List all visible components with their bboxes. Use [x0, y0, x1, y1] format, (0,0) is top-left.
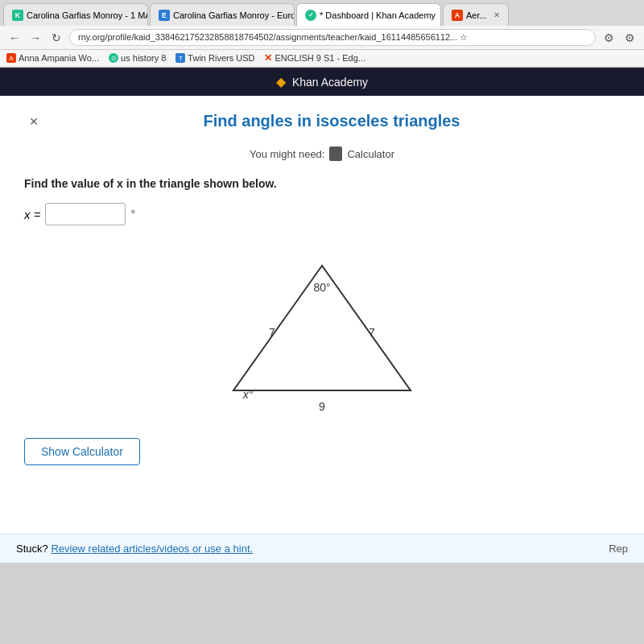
tab-2-label: Carolina Garfias Monroy - Europ...: [173, 10, 295, 20]
stuck-bar: Stuck? Review related articles/videos or…: [0, 534, 644, 563]
bookmark-us-history-icon: ⊙: [109, 53, 118, 63]
bookmark-english[interactable]: ✕ ENGLISH 9 S1 - Edg...: [264, 52, 365, 64]
tab-3-label: * Dashboard | Khan Academy: [320, 10, 436, 20]
tab-2-favicon: E: [159, 10, 170, 21]
tab-4[interactable]: A Aer... ✕: [443, 3, 509, 26]
tab-4-close[interactable]: ✕: [493, 10, 500, 19]
bookmark-twin-rivers-icon: T: [175, 53, 185, 63]
stuck-link[interactable]: Review related articles/videos or use a …: [51, 543, 253, 555]
extensions-button[interactable]: ⚙: [601, 30, 617, 46]
tab-3-favicon: ✓: [305, 10, 316, 21]
address-bar[interactable]: rny.org/profile/kaid_3384621752328588187…: [69, 29, 596, 46]
tab-2[interactable]: E Carolina Garfias Monroy - Europ... ✕: [150, 3, 295, 26]
tab-1-label: Carolina Garfias Monroy - 1 MAS: [27, 10, 148, 20]
input-row: x = °: [24, 203, 620, 225]
back-button[interactable]: ←: [6, 30, 23, 46]
left-side-label: 7: [269, 326, 275, 339]
show-calculator-button[interactable]: Show Calculator: [24, 438, 140, 465]
bookmark-anna-icon: A: [6, 53, 16, 63]
forward-button[interactable]: →: [27, 30, 43, 46]
bookmark-anna[interactable]: A Anna Ampania Wo...: [6, 53, 99, 63]
triangle-svg: 80° 7 7 x° 9: [201, 242, 443, 419]
top-angle-label: 80°: [313, 281, 330, 294]
stuck-label: Stuck?: [16, 543, 48, 555]
menu-button[interactable]: ⚙: [621, 30, 638, 46]
bottom-side-label: 9: [319, 400, 325, 413]
tab-4-label: Aer...: [466, 10, 487, 20]
report-button[interactable]: Rep: [609, 543, 628, 555]
tab-4-favicon: A: [452, 10, 463, 21]
stuck-text-area: Stuck? Review related articles/videos or…: [16, 543, 253, 555]
calculator-icon: [329, 147, 342, 161]
bookmark-english-label: ENGLISH 9 S1 - Edg...: [275, 53, 365, 63]
address-bar-row: ← → ↻ rny.org/profile/kaid_3384621752328…: [0, 26, 644, 50]
answer-input[interactable]: [45, 203, 126, 225]
khan-logo-text: Khan Academy: [292, 76, 368, 89]
right-side-label: 7: [369, 326, 375, 339]
calculator-hint: You might need: Calculator: [24, 147, 620, 161]
bottom-left-angle-label: x°: [242, 388, 254, 401]
bookmarks-bar: A Anna Ampania Wo... ⊙ us history 8 T Tw…: [0, 50, 644, 67]
bookmark-anna-label: Anna Ampania Wo...: [19, 53, 99, 63]
bookmark-us-history[interactable]: ⊙ us history 8: [109, 53, 166, 63]
question-text: Find the value of x in the triangle show…: [24, 177, 620, 190]
browser-chrome: K Carolina Garfias Monroy - 1 MAS ✕ E Ca…: [0, 0, 644, 68]
khan-logo-icon: ◆: [276, 74, 286, 89]
hint-prefix: You might need:: [250, 148, 324, 160]
bookmark-twin-rivers-label: Twin Rivers USD: [188, 53, 254, 63]
tab-1-favicon: K: [12, 10, 23, 21]
tab-1[interactable]: K Carolina Garfias Monroy - 1 MAS ✕: [3, 3, 148, 26]
bookmark-twin-rivers[interactable]: T Twin Rivers USD: [175, 53, 254, 63]
input-label: x =: [24, 208, 40, 221]
reload-button[interactable]: ↻: [48, 30, 64, 46]
tab-3[interactable]: ✓ * Dashboard | Khan Academy ✕: [296, 3, 441, 26]
tab-bar: K Carolina Garfias Monroy - 1 MAS ✕ E Ca…: [0, 0, 644, 26]
bookmark-us-history-label: us history 8: [121, 53, 166, 63]
hint-tool: Calculator: [347, 148, 394, 160]
degree-symbol: °: [130, 208, 135, 221]
triangle-container: 80° 7 7 x° 9: [24, 242, 620, 419]
khan-header: ◆ Khan Academy: [0, 68, 644, 96]
question-title: Find angles in isosceles triangles: [43, 112, 620, 130]
address-text: rny.org/profile/kaid_3384621752328588187…: [78, 32, 468, 43]
bookmark-english-icon: ✕: [264, 52, 272, 64]
content-wrapper: × Find angles in isosceles triangles You…: [0, 96, 644, 563]
close-button[interactable]: ×: [24, 112, 43, 131]
main-content: × Find angles in isosceles triangles You…: [0, 96, 644, 563]
